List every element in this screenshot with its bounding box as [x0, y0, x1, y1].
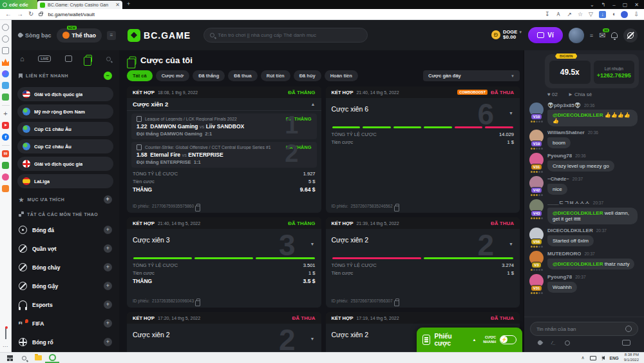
nav-menu-icon[interactable]: ≡ [107, 31, 116, 40]
like-button[interactable]: ♥ 02 [547, 92, 558, 97]
bet-card-title-row[interactable]: Cược xiên 2 ▲ [127, 98, 321, 111]
nav-sports[interactable]: NEW Thể thao [57, 28, 102, 43]
network-icon[interactable] [590, 356, 596, 360]
notifications-icon[interactable] [611, 32, 618, 38]
bet-card-title-row[interactable]: Cược xiên 6 6 ▼ [326, 98, 520, 126]
quick-link-item[interactable]: Cúp C1 châu Âu [17, 122, 113, 136]
username[interactable]: WilliamShatner [547, 130, 585, 135]
settings-gear-icon[interactable] [2, 24, 9, 31]
games-icon[interactable] [2, 93, 9, 101]
sidebar-item-esports[interactable]: Esports+ [17, 295, 113, 314]
share-icon[interactable]: ↗ [567, 11, 572, 17]
user-menu-icon[interactable]: ≡ [590, 32, 593, 39]
username[interactable]: Pyoung78 [547, 153, 572, 159]
refresh-icon[interactable]: ↻ [28, 11, 33, 17]
expand-icon[interactable]: ▼ [509, 242, 513, 246]
live-icon[interactable]: LIVE [38, 55, 51, 62]
tab-restore-icon[interactable]: ↰ [601, 2, 606, 8]
tab-close-icon[interactable]: ✕ [115, 2, 120, 8]
bet-card[interactable]: KẾT HỢP 18:08, 1 thg 9, 2022 ĐÃ THẮNG Cư… [127, 86, 321, 213]
window-close-icon[interactable]: ✕ [634, 2, 639, 8]
copy-icon[interactable] [395, 204, 399, 208]
forward-icon[interactable]: → [17, 11, 23, 17]
news-feed-icon[interactable] [2, 47, 9, 54]
add-shortcut-icon[interactable]: + [2, 110, 9, 117]
video-download-icon[interactable]: ↓ [599, 11, 606, 18]
tray-expand-icon[interactable]: ∧ [581, 355, 584, 360]
copy-icon[interactable] [395, 299, 399, 303]
https-lock-icon[interactable] [39, 13, 43, 16]
quick-link-item[interactable]: Giải vô địch quốc gia [17, 87, 113, 101]
expand-baseball-button[interactable]: + [104, 263, 112, 271]
expand-tennis-button[interactable]: + [104, 244, 112, 253]
sidebar-item-baseball[interactable]: Bóng chày+ [17, 258, 113, 277]
gif-keyboard-icon[interactable] [622, 340, 630, 346]
start-button[interactable] [3, 353, 17, 363]
notifications-bell[interactable] [5, 328, 6, 339]
username[interactable]: ____ㄷㄱㅂㅅㅅㅅ [547, 199, 590, 206]
taskbar-search[interactable] [17, 353, 31, 363]
tab-search-icon[interactable]: ⌄ [590, 2, 594, 8]
username[interactable]: 👽p0p3x85👽 [547, 103, 581, 108]
tab-open[interactable]: Cược mở [156, 70, 189, 81]
my-bets-icon[interactable] [86, 55, 92, 63]
username[interactable]: MUTEDRORO [547, 251, 581, 257]
bet-card-title-row[interactable]: Cược xiên 2 2 ▼ [326, 229, 520, 257]
betslip-button[interactable]: Phiếu cược ▲ CƯỢCNHANH [417, 328, 522, 352]
sidebar-search-icon[interactable] [106, 55, 111, 63]
rain-icon[interactable] [537, 340, 544, 346]
browser-profile-avatar[interactable] [621, 11, 628, 18]
expand-basketball-button[interactable]: + [104, 338, 112, 346]
search-input[interactable] [218, 32, 361, 38]
sidebar-item-football[interactable]: Bóng đá+ [17, 221, 113, 239]
sort-dropdown[interactable]: Cược gần đây ▼ [423, 70, 520, 81]
coccoc-taskbar-app[interactable] [45, 353, 59, 363]
copy-icon[interactable] [196, 299, 200, 303]
share-button[interactable]: ► Chia sẻ [568, 92, 592, 97]
chat-rules-shortcut-icon[interactable]: /_ [551, 340, 556, 346]
home-icon[interactable]: ⌂ [20, 55, 24, 63]
username[interactable]: DICECOLDKILLER [547, 228, 593, 233]
expand-icon[interactable]: ▼ [310, 242, 315, 246]
bigwin-share-card[interactable]: BIGWIN 49.5x Lợi nhuận +1262.76295 [545, 54, 639, 88]
messages-icon[interactable]: ✉99 [599, 31, 605, 40]
shopee-icon[interactable]: 99 [2, 150, 9, 157]
bet-card[interactable]: KẾT HỢP 21:40, 14 thg 5, 2022 ĐÃ THẮNG C… [127, 217, 321, 308]
game-search[interactable] [204, 28, 368, 43]
nav-casino[interactable]: Sòng bạc [18, 32, 52, 39]
currency-selector[interactable]: Đ DOGE ▼ $0.00 [491, 30, 522, 41]
quick-link-item[interactable]: Giải vô địch quốc gia [17, 157, 113, 171]
facebook-icon[interactable]: f [2, 133, 9, 141]
tab-all[interactable]: Tất cả [127, 70, 153, 81]
history-icon[interactable] [2, 35, 9, 43]
file-explorer[interactable] [31, 353, 45, 363]
bet-card[interactable]: KẾT HỢP 17:20, 14 thg 5, 2022 ĐÃ THUA Cư… [127, 312, 321, 352]
emoji-icon[interactable] [625, 326, 632, 332]
shopping-cart-icon[interactable] [2, 185, 9, 192]
sidebar-item-fifa[interactable]: FIFIFA+ [17, 314, 113, 333]
quick-bet-toggle[interactable] [500, 335, 516, 344]
user-avatar[interactable] [569, 28, 584, 43]
zalo-icon[interactable] [2, 82, 9, 89]
language-indicator[interactable]: ENG [610, 356, 619, 360]
expand-cricket-button[interactable]: + [104, 282, 112, 290]
collapse-quick-links-button[interactable]: − [104, 72, 112, 80]
coccoc-crown-icon[interactable] [2, 59, 9, 66]
bookmark-star-icon[interactable]: ☆ [578, 11, 583, 17]
bcgame-logo[interactable]: BC.GAME [128, 29, 191, 42]
tab-cashout[interactable]: Rút tiền [261, 70, 290, 81]
expand-football-button[interactable]: + [104, 226, 112, 234]
save-page-icon[interactable]: ↧ [545, 11, 550, 17]
bet-card-title-row[interactable]: Cược xiên 3 3 ▼ [127, 229, 321, 257]
window-maximize-icon[interactable]: ▢ [623, 2, 628, 8]
window-minimize-icon[interactable]: – [612, 2, 615, 8]
expand-fifa-button[interactable]: + [104, 319, 112, 328]
bet-card-title-row[interactable]: Cược xiên 2 2 ▼ [127, 324, 321, 352]
sidebar-item-cricket[interactable]: Bóng Gậy+ [17, 277, 113, 295]
flower-app-icon[interactable] [2, 173, 9, 181]
username[interactable]: Pyoung78 [547, 274, 572, 280]
messenger-icon[interactable] [2, 70, 9, 77]
quick-link-item[interactable]: Mỹ mở rộng Đơn Nam [17, 104, 113, 119]
copy-icon[interactable] [196, 204, 200, 208]
coccoc-brand[interactable]: cốc cốc [0, 0, 37, 9]
